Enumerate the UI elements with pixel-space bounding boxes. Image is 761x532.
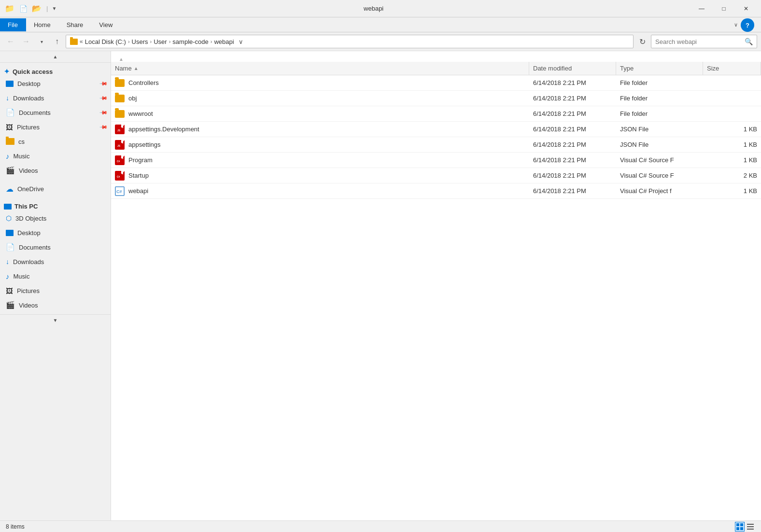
file-size-cell: 1 KB <box>703 153 761 168</box>
3dobjects-icon: ⬡ <box>6 214 12 222</box>
table-row[interactable]: Controllers 6/14/2018 2:21 PM File folde… <box>111 75 761 91</box>
sidebar-item-desktop[interactable]: Desktop 📌 <box>0 76 111 91</box>
path-chevron-button[interactable]: ∨ <box>236 35 246 48</box>
search-box[interactable]: 🔍 <box>651 35 757 48</box>
table-row[interactable]: C# webapi 6/14/2018 2:21 PM Visual C# Pr… <box>111 183 761 199</box>
quick-access-heading[interactable]: ✦ Quick access <box>0 65 111 76</box>
folder-icon <box>115 95 125 102</box>
pictures-icon: 🖼 <box>6 123 13 131</box>
sidebar-item-cs[interactable]: cs <box>0 134 111 149</box>
videos-icon2: 🎬 <box>6 301 15 309</box>
sidebar-item-downloads2[interactable]: ↓ Downloads <box>0 254 111 269</box>
sidebar-downloads-label: Downloads <box>13 95 44 102</box>
cs-source-icon: C# <box>115 155 125 165</box>
svg-rect-17 <box>740 527 743 530</box>
svg-rect-20 <box>747 529 754 530</box>
file-type-cell: File folder <box>616 75 703 90</box>
sidebar-item-pictures[interactable]: 🖼 Pictures 📌 <box>0 120 111 134</box>
col-header-type[interactable]: Type <box>616 62 703 75</box>
titlebar-expand-icon[interactable]: ▼ <box>52 6 56 11</box>
table-row[interactable]: wwwroot 6/14/2018 2:21 PM File folder <box>111 106 761 122</box>
title-bar: 📁 📄 📂 | ▼ webapi — □ ✕ <box>0 0 761 17</box>
svg-text:JS: JS <box>117 129 121 132</box>
sidebar-scroll-down[interactable]: ▼ <box>0 314 111 326</box>
ribbon-expand-icon[interactable]: ∨ <box>734 22 738 28</box>
path-arrow-2: › <box>150 39 152 44</box>
ribbon-tabs: File Home Share View <box>0 18 121 31</box>
table-row[interactable]: C# Startup 6/14/2018 2:21 PM Visual C# S… <box>111 168 761 183</box>
file-size-cell <box>703 91 761 106</box>
sidebar-item-desktop2[interactable]: Desktop <box>0 225 111 240</box>
maximize-button[interactable]: □ <box>713 0 735 17</box>
tab-share[interactable]: Share <box>59 18 92 31</box>
table-row[interactable]: obj 6/14/2018 2:21 PM File folder <box>111 91 761 106</box>
file-type-cell: Visual C# Source F <box>616 153 703 168</box>
table-row[interactable]: JS appsettings 6/14/2018 2:21 PM JSON Fi… <box>111 137 761 153</box>
file-name: appsettings <box>128 141 161 148</box>
address-bar: ← → ▾ ↑ « Local Disk (C:) › Users › User… <box>0 32 761 51</box>
svg-text:C#: C# <box>116 189 122 194</box>
close-button[interactable]: ✕ <box>735 0 757 17</box>
file-type-cell: Visual C# Project f <box>616 183 703 198</box>
sidebar-item-pictures2[interactable]: 🖼 Pictures <box>0 283 111 298</box>
file-type-cell: Visual C# Source F <box>616 168 703 183</box>
titlebar-folder2-icon[interactable]: 📂 <box>31 3 42 14</box>
table-row[interactable]: JS appsettings.Development 6/14/2018 2:2… <box>111 122 761 137</box>
view-grid-button[interactable] <box>735 522 745 532</box>
file-name-cell: obj <box>111 91 529 106</box>
file-name-cell: JS appsettings <box>111 137 529 152</box>
minimize-button[interactable]: — <box>691 0 713 17</box>
titlebar-save-icon[interactable]: 📄 <box>17 3 29 14</box>
tab-file[interactable]: File <box>0 18 26 31</box>
back-button[interactable]: ← <box>4 35 17 48</box>
sidebar-3dobjects-label: 3D Objects <box>15 215 46 222</box>
titlebar-folder-icon[interactable]: 📁 <box>4 3 15 14</box>
sidebar-item-onedrive[interactable]: ☁ OneDrive <box>0 182 111 196</box>
sidebar-item-music2[interactable]: ♪ Music <box>0 269 111 283</box>
help-button[interactable]: ? <box>741 18 754 32</box>
sidebar-pictures-label: Pictures <box>17 124 40 131</box>
tab-view[interactable]: View <box>91 18 121 31</box>
search-input[interactable] <box>655 38 743 45</box>
sidebar-pictures2-label: Pictures <box>17 287 40 294</box>
items-count: 8 items <box>6 523 25 530</box>
col-header-name[interactable]: Name ▲ <box>111 62 529 75</box>
sidebar-item-videos[interactable]: 🎬 Videos <box>0 163 111 178</box>
sidebar-cs-label: cs <box>18 138 25 145</box>
csproj-icon: C# <box>115 186 125 196</box>
col-header-date[interactable]: Date modified <box>529 62 616 75</box>
view-list-button[interactable] <box>746 522 755 532</box>
json-icon-svg: JS <box>116 126 123 133</box>
file-name: obj <box>128 95 137 102</box>
up-button[interactable]: ↑ <box>50 35 64 48</box>
recent-locations-button[interactable]: ▾ <box>35 35 48 48</box>
cs-source-icon-svg: C# <box>116 157 123 164</box>
path-segment-1: « <box>80 38 83 45</box>
thispc-heading[interactable]: This PC <box>0 200 111 211</box>
sidebar-item-documents2[interactable]: 📄 Documents <box>0 240 111 254</box>
refresh-button[interactable]: ↻ <box>635 35 649 48</box>
sidebar-item-documents[interactable]: 📄 Documents 📌 <box>0 105 111 120</box>
file-name-cell: JS appsettings.Development <box>111 122 529 137</box>
sidebar-item-music[interactable]: ♪ Music <box>0 149 111 163</box>
onedrive-icon: ☁ <box>6 184 14 194</box>
sort-indicator-row: ▲ <box>111 51 761 62</box>
sidebar-item-downloads[interactable]: ↓ Downloads 📌 <box>0 91 111 105</box>
table-row[interactable]: C# Program 6/14/2018 2:21 PM Visual C# S… <box>111 153 761 168</box>
file-size-cell: 1 KB <box>703 122 761 137</box>
sidebar-videos-label: Videos <box>19 167 38 174</box>
sidebar-item-3dobjects[interactable]: ⬡ 3D Objects <box>0 211 111 225</box>
tab-home[interactable]: Home <box>26 18 59 31</box>
cs-source-icon: C# <box>115 171 125 181</box>
svg-rect-14 <box>736 523 739 526</box>
path-label-users: Users <box>132 38 148 45</box>
pin-icon-desktop: 📌 <box>99 79 108 88</box>
sidebar-scroll-up[interactable]: ▲ <box>0 51 111 63</box>
address-path[interactable]: « Local Disk (C:) › Users › User › sampl… <box>66 35 634 48</box>
col-name-sort: ▲ <box>134 66 139 71</box>
search-icon[interactable]: 🔍 <box>745 38 753 45</box>
col-header-size[interactable]: Size <box>703 62 761 75</box>
sidebar-item-videos2[interactable]: 🎬 Videos <box>0 298 111 312</box>
file-date-cell: 6/14/2018 2:21 PM <box>529 106 616 121</box>
forward-button[interactable]: → <box>19 35 33 48</box>
